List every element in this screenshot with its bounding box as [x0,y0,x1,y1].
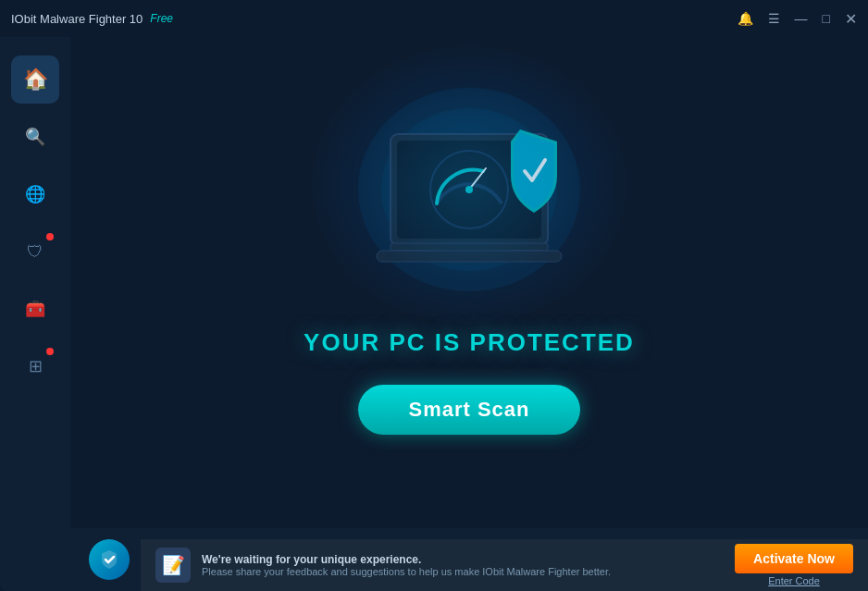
sidebar-item-tools[interactable]: 🧰 [11,285,59,333]
sidebar-item-shield[interactable]: 🛡 [11,228,59,276]
apps-icon: ⊞ [29,356,43,376]
sidebar-item-home[interactable]: 🏠 [11,55,59,104]
content-area: YOUR PC IS PROTECTED Smart Scan IObit An… [70,37,868,591]
shield-icon: 🛡 [27,242,43,262]
glow-circle [312,46,626,324]
title-bar-left: IObit Malware Fighter 10 Free [11,12,173,26]
hero-visual [293,46,645,324]
activate-now-button[interactable]: Activate Now [735,544,853,573]
main-container: 🏠 🔍 🌐 🛡 🧰 ⊞ [0,37,868,591]
menu-icon[interactable]: ☰ [768,11,780,26]
title-bar-right: 🔔 ☰ — □ ✕ [738,10,857,28]
sidebar-item-scan[interactable]: 🔍 [11,113,59,161]
globe-icon: 🌐 [25,184,45,204]
app-name: IObit Malware Fighter 10 [11,12,143,26]
sidebar: 🏠 🔍 🌐 🛡 🧰 ⊞ [0,37,70,591]
hero-section: YOUR PC IS PROTECTED Smart Scan [293,46,645,528]
bottom-right-actions: Activate Now Enter Code [735,544,853,586]
enter-code-link[interactable]: Enter Code [768,575,820,586]
iobit-icon [89,539,130,580]
free-badge: Free [150,12,173,25]
smart-scan-button[interactable]: Smart Scan [358,385,580,435]
bottom-message-sub: Please share your feedback and suggestio… [202,566,724,577]
sidebar-item-protection[interactable]: 🌐 [11,170,59,218]
bottom-bar: 📝 We're waiting for your unique experien… [141,539,868,591]
tools-icon: 🧰 [25,299,45,319]
title-bar: IObit Malware Fighter 10 Free 🔔 ☰ — □ ✕ [0,0,868,37]
apps-badge [46,348,54,355]
iobit-shield-icon [98,548,120,571]
bottom-message-main: We're waiting for your unique experience… [202,553,724,566]
minimize-icon[interactable]: — [795,11,808,26]
shield-badge [46,233,54,240]
feedback-icon: 📝 [155,548,191,583]
scan-icon: 🔍 [25,127,45,147]
home-icon: 🏠 [23,68,48,92]
bottom-message: We're waiting for your unique experience… [202,553,724,577]
close-icon[interactable]: ✕ [845,10,857,28]
sidebar-item-apps[interactable]: ⊞ [11,342,59,390]
status-text: YOUR PC IS PROTECTED [304,328,635,357]
bell-icon[interactable]: 🔔 [738,11,753,26]
maximize-icon[interactable]: □ [823,11,830,26]
